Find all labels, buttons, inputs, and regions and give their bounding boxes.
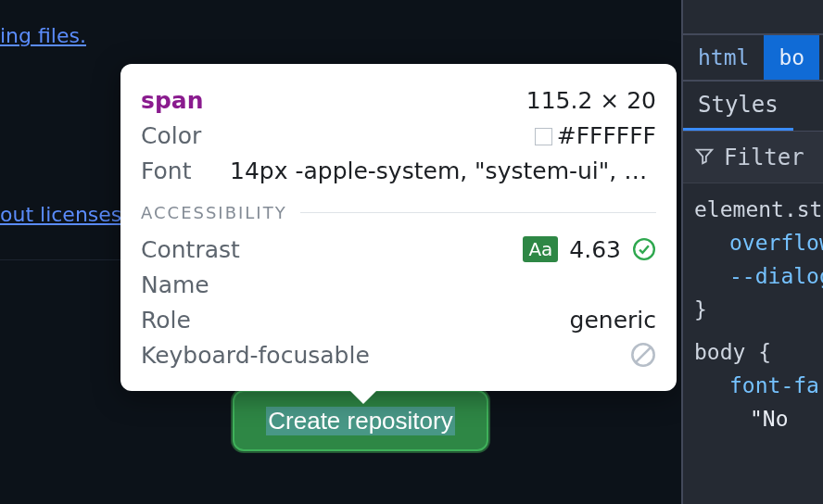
- css-prop-dialog[interactable]: --dialog: [694, 259, 812, 293]
- devtools-panel: html bo Styles Filter element.st overflo…: [681, 0, 823, 504]
- svg-point-0: [634, 239, 654, 259]
- crumb-html[interactable]: html: [683, 35, 764, 80]
- styles-filter-row: Filter: [683, 132, 823, 183]
- button-label: Create repository: [266, 407, 454, 435]
- existing-files-link[interactable]: ing files.: [0, 24, 86, 47]
- name-label: Name: [141, 271, 209, 298]
- tab-styles[interactable]: Styles: [683, 82, 793, 131]
- ban-icon: [630, 342, 656, 368]
- contrast-value-group: Aa 4.63: [523, 236, 656, 263]
- filter-icon: [694, 145, 715, 170]
- font-value: 14px -apple-system, "system-ui", "Se...: [230, 158, 656, 184]
- body-selector[interactable]: body {: [694, 335, 812, 369]
- filter-input[interactable]: Filter: [724, 145, 804, 170]
- styles-body: element.st overflow --dialog } body { fo…: [683, 183, 823, 445]
- inspect-tooltip: span 115.2 × 20 Color #FFFFFF Font 14px …: [120, 64, 677, 391]
- role-label: Role: [141, 307, 191, 334]
- brace-close: }: [694, 293, 812, 326]
- role-value: generic: [570, 307, 656, 334]
- color-value: #FFFFFF: [535, 122, 656, 149]
- css-prop-overflow[interactable]: overflow: [694, 226, 812, 259]
- accessibility-section-label: ACCESSIBILITY: [141, 203, 656, 222]
- element-tag-name: span: [141, 87, 203, 114]
- contrast-value: 4.63: [569, 236, 621, 263]
- element-style-selector[interactable]: element.st: [694, 193, 812, 226]
- element-dimensions: 115.2 × 20: [526, 87, 656, 114]
- contrast-badge: Aa: [523, 236, 558, 262]
- css-value-noto: "No: [694, 402, 812, 435]
- about-licenses-link[interactable]: out licenses.: [0, 203, 128, 226]
- contrast-label: Contrast: [141, 236, 240, 263]
- devtools-toolbar: [683, 0, 823, 35]
- devtools-tabs: Styles: [683, 82, 823, 132]
- css-prop-font-family[interactable]: font-fa: [694, 369, 812, 402]
- keyboard-focusable-label: Keyboard-focusable: [141, 342, 370, 369]
- font-label: Font: [141, 158, 191, 184]
- color-swatch: [535, 128, 552, 145]
- element-breadcrumbs: html bo: [683, 35, 823, 82]
- color-label: Color: [141, 122, 201, 149]
- check-circle-icon: [632, 237, 656, 261]
- svg-line-2: [636, 347, 651, 362]
- crumb-body[interactable]: bo: [764, 35, 819, 80]
